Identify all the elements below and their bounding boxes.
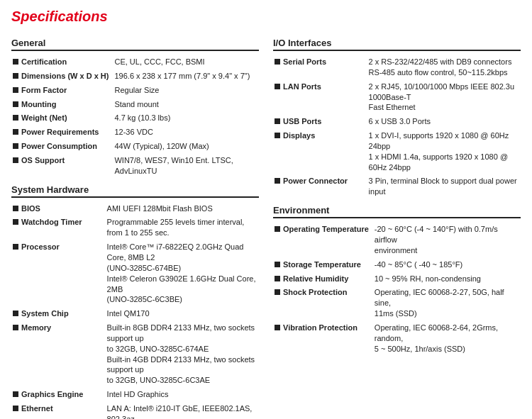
bullet-icon	[13, 244, 18, 250]
table-row: Displays1 x DVI-I, supports 1920 x 1080 …	[273, 129, 521, 174]
spec-label-text: Displays	[283, 130, 315, 141]
left-column: General CertificationCE, UL, CCC, FCC, B…	[11, 32, 259, 419]
spec-label: Dimensions (W x D x H)	[11, 69, 113, 84]
bullet-icon	[13, 391, 18, 397]
bullet-icon	[13, 73, 18, 79]
spec-label: Serial Ports	[273, 55, 367, 80]
bullet-icon	[13, 325, 18, 330]
table-row: OS SupportWIN7/8, WES7, Win10 Ent. LTSC,…	[11, 154, 259, 179]
spec-value: -20 ~ 60°C (-4 ~ 140°F) with 0.7m/s airf…	[373, 223, 521, 258]
spec-value: CE, UL, CCC, FCC, BSMI	[113, 55, 259, 69]
spec-value: 2 x RS-232/422/485 with DB9 connectorsRS…	[367, 55, 521, 80]
table-row: USB Ports6 x USB 3.0 Ports	[273, 115, 521, 129]
table-row: MountingStand mount	[11, 98, 259, 112]
table-row: CertificationCE, UL, CCC, FCC, BSMI	[11, 55, 259, 69]
bullet-icon	[13, 219, 18, 225]
spec-label: USB Ports	[273, 115, 367, 129]
table-row: Dimensions (W x D x H)196.6 x 238 x 177 …	[11, 69, 259, 84]
spec-label: OS Support	[11, 154, 113, 179]
right-column: I/O Interfaces Serial Ports2 x RS-232/42…	[273, 32, 521, 419]
spec-value: AMI UEFI 128Mbit Flash BIOS	[106, 202, 259, 216]
spec-label-text: Memory	[21, 323, 51, 333]
spec-label: Certification	[11, 55, 113, 69]
table-row: Shock ProtectionOperating, IEC 60068-2-2…	[273, 286, 521, 321]
spec-label-text: Power Connector	[283, 176, 348, 186]
spec-label-text: Shock Protection	[283, 287, 347, 298]
spec-label-text: Serial Ports	[283, 57, 326, 67]
bullet-icon	[13, 87, 18, 93]
section-io-heading: I/O Interfaces	[273, 38, 521, 51]
spec-label: Weight (Net)	[11, 111, 113, 125]
table-row: ProcessorIntel® Core™ i7-6822EQ 2.0GHz Q…	[11, 240, 259, 307]
spec-value: Regular Size	[113, 84, 259, 98]
spec-label-text: Operating Temperature	[283, 224, 369, 235]
bullet-icon	[275, 325, 280, 330]
spec-label: Ethernet	[11, 402, 106, 419]
bullet-icon	[13, 101, 18, 107]
spec-value: 6 x USB 3.0 Ports	[367, 115, 521, 129]
section-env-heading: Environment	[273, 205, 521, 218]
spec-value: Programmable 255 levels timer interval,f…	[106, 216, 259, 240]
spec-label-text: Dimensions (W x D x H)	[21, 71, 109, 82]
bullet-icon	[275, 59, 280, 65]
spec-value: 44W (Typical), 120W (Max)	[113, 140, 259, 154]
spec-value: 4.7 kg (10.3 lbs)	[113, 111, 259, 125]
spec-value: WIN7/8, WES7, Win10 Ent. LTSC, AdvLinuxT…	[113, 154, 259, 179]
spec-label: Form Factor	[11, 84, 113, 98]
page-wrapper: Specifications General CertificationCE, …	[0, 0, 532, 419]
bullet-icon	[275, 133, 280, 138]
table-row: Weight (Net)4.7 kg (10.3 lbs)	[11, 111, 259, 125]
section-general-heading: General	[11, 38, 259, 51]
spec-label-text: Power Consumption	[21, 141, 97, 152]
spec-value: 12-36 VDC	[113, 125, 259, 140]
spec-label-text: System Chip	[21, 308, 69, 319]
spec-label: Shock Protection	[273, 286, 373, 321]
table-row: Watchdog TimerProgrammable 255 levels ti…	[11, 216, 259, 240]
spec-label: Storage Temperature	[273, 258, 373, 272]
spec-label: BIOS	[11, 202, 106, 216]
spec-label: Operating Temperature	[273, 223, 373, 258]
table-row: Power Consumption44W (Typical), 120W (Ma…	[11, 140, 259, 154]
spec-label: Memory	[11, 321, 106, 388]
spec-label: Power Consumption	[11, 140, 113, 154]
spec-label-text: Power Requirements	[21, 127, 99, 138]
spec-value: 3 Pin, terminal Block to support dual po…	[367, 174, 521, 199]
page-title: Specifications	[11, 9, 521, 25]
bullet-icon	[13, 143, 18, 149]
env-table: Operating Temperature-20 ~ 60°C (-4 ~ 14…	[273, 223, 521, 356]
table-row: Operating Temperature-20 ~ 60°C (-4 ~ 14…	[273, 223, 521, 258]
bullet-icon	[13, 115, 18, 121]
spec-label: Relative Humidity	[273, 272, 373, 286]
table-row: Relative Humidity10 ~ 95% RH, non-conden…	[273, 272, 521, 286]
bullet-icon	[275, 262, 280, 267]
table-row: LAN Ports2 x RJ45, 10/100/1000 Mbps IEEE…	[273, 80, 521, 116]
spec-label-text: Processor	[21, 242, 60, 252]
spec-label-text: Certification	[21, 57, 67, 67]
spec-label: Displays	[273, 129, 367, 174]
bullet-icon	[13, 129, 18, 135]
spec-label: Graphics Engine	[11, 388, 106, 402]
section-system-heading: System Hardware	[11, 184, 259, 198]
table-row: EthernetLAN A: Intel® i210-IT GbE, IEEE8…	[11, 402, 259, 419]
spec-label-text: Watchdog Timer	[21, 217, 82, 228]
bullet-icon	[275, 178, 280, 184]
spec-label: Power Requirements	[11, 125, 113, 140]
spec-value: Intel QM170	[106, 307, 259, 321]
spec-label-text: Relative Humidity	[283, 274, 348, 284]
spec-label: Mounting	[11, 98, 113, 112]
table-row: MemoryBuilt-in 8GB DDR4 2133 MHz, two so…	[11, 321, 259, 388]
spec-label: System Chip	[11, 307, 106, 321]
spec-label-text: Mounting	[21, 99, 56, 110]
spec-label: Watchdog Timer	[11, 216, 106, 240]
spec-value: Built-in 8GB DDR4 2133 MHz, two sockets …	[106, 321, 259, 388]
spec-label-text: Form Factor	[21, 85, 67, 96]
spec-value: Intel HD Graphics	[106, 388, 259, 402]
table-row: Power Connector3 Pin, terminal Block to …	[273, 174, 521, 199]
spec-label-text: Storage Temperature	[283, 259, 361, 270]
spec-label: Power Connector	[273, 174, 367, 199]
spec-value: 10 ~ 95% RH, non-condensing	[373, 272, 521, 286]
bullet-icon	[13, 157, 18, 163]
table-row: Power Requirements12-36 VDC	[11, 125, 259, 140]
spec-label: Processor	[11, 240, 106, 307]
table-row: BIOSAMI UEFI 128Mbit Flash BIOS	[11, 202, 259, 216]
